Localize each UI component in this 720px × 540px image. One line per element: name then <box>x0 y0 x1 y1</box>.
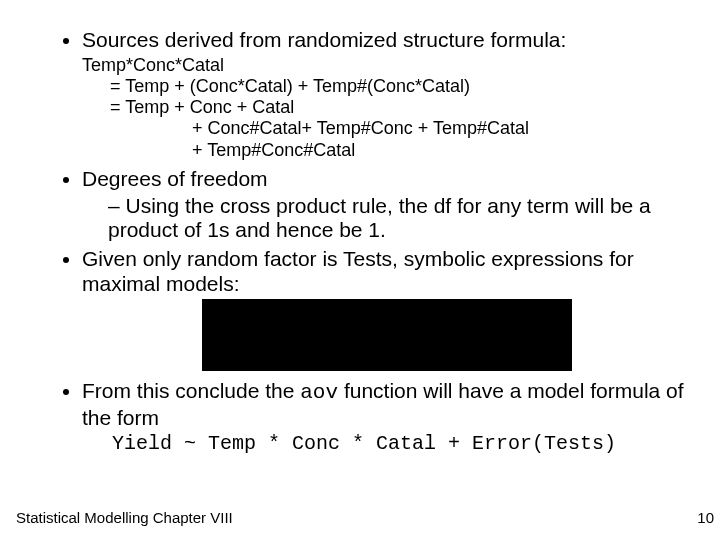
bullet-random-factor-text: Given only random factor is Tests, symbo… <box>82 247 634 295</box>
formula-line-2a: = Temp + (Conc*Catal) + Temp#(Conc*Catal… <box>110 76 706 97</box>
bullet-sources-text: Sources derived from randomized structur… <box>82 28 566 51</box>
bullet-sources: Sources derived from randomized structur… <box>82 28 706 161</box>
main-bullet-list: Sources derived from randomized structur… <box>14 28 706 456</box>
slide-content: Sources derived from randomized structur… <box>0 0 720 456</box>
df-sub-text: Using the cross product rule, the df for… <box>108 194 651 242</box>
redacted-block <box>202 299 572 371</box>
bullet-conclusion: From this conclude the aov function will… <box>82 379 706 456</box>
formula-line-3b: + Temp#Conc#Catal <box>192 140 706 161</box>
formula-line-1: Temp*Conc*Catal <box>82 55 706 76</box>
aov-code: aov <box>300 381 338 404</box>
bullet-df: Degrees of freedom Using the cross produ… <box>82 167 706 243</box>
formula-line-2b: = Temp + Conc + Catal <box>110 97 706 118</box>
slide-footer: Statistical Modelling Chapter VIII 10 <box>16 509 714 526</box>
bullet-random-factor: Given only random factor is Tests, symbo… <box>82 247 706 371</box>
footer-page-number: 10 <box>697 509 714 526</box>
bullet-df-text: Degrees of freedom <box>82 167 268 190</box>
df-sublist: Using the cross product rule, the df for… <box>82 194 706 244</box>
footer-left: Statistical Modelling Chapter VIII <box>16 509 233 526</box>
formula-block: Temp*Conc*Catal = Temp + (Conc*Catal) + … <box>82 55 706 161</box>
bullet-conclusion-pre: From this conclude the <box>82 379 300 402</box>
df-sub-item: Using the cross product rule, the df for… <box>108 194 706 244</box>
formula-line-3a: + Conc#Catal+ Temp#Conc + Temp#Catal <box>192 118 706 139</box>
model-formula: Yield ~ Temp * Conc * Catal + Error(Test… <box>112 432 706 456</box>
